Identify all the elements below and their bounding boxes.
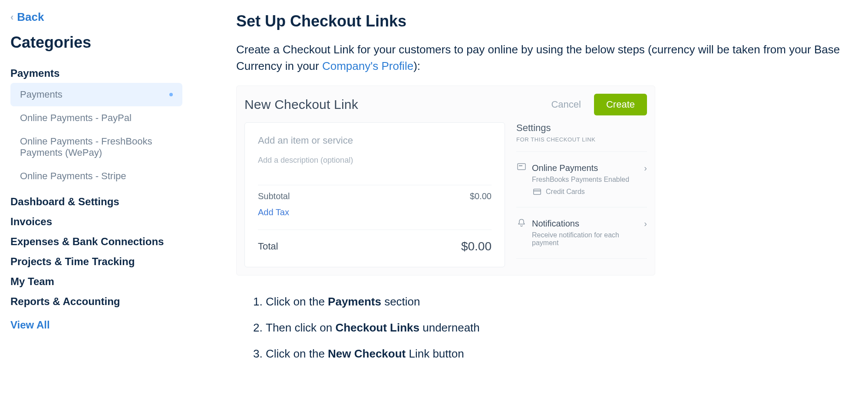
company-profile-link[interactable]: Company's Profile — [322, 59, 413, 72]
mockup-title: New Checkout Link — [244, 97, 358, 112]
back-link[interactable]: ‹ Back — [10, 10, 182, 24]
category-heading-expenses[interactable]: Expenses & Bank Connections — [10, 236, 182, 248]
category-heading-projects[interactable]: Projects & Time Tracking — [10, 256, 182, 268]
back-label: Back — [17, 10, 44, 24]
step-text-bold: Payments — [328, 295, 381, 308]
sidebar-item-label: Online Payments - FreshBooks Payments (W… — [20, 136, 173, 158]
intro-paragraph: Create a Checkout Link for your customer… — [236, 42, 856, 74]
categories-list: Payments Payments Online Payments - PayP… — [10, 67, 182, 308]
step-text-pre: Click on the — [266, 347, 328, 360]
sidebar-item-label: Online Payments - PayPal — [20, 112, 132, 124]
item-description-input[interactable]: Add a description (optional) — [258, 156, 492, 165]
instruction-step: Click on the New Checkout Link button — [266, 345, 856, 363]
sidebar-item-label: Online Payments - Stripe — [20, 171, 126, 182]
total-row: Total $0.00 — [258, 230, 492, 253]
svg-rect-1 — [519, 165, 522, 166]
sidebar-item-paypal[interactable]: Online Payments - PayPal — [10, 106, 182, 130]
category-heading-payments[interactable]: Payments — [10, 67, 182, 79]
svg-rect-2 — [534, 189, 541, 195]
settings-title: Settings — [516, 122, 647, 134]
sidebar-item-stripe[interactable]: Online Payments - Stripe — [10, 164, 182, 188]
mockup-item-card: Add an item or service Add a description… — [244, 122, 505, 267]
mockup-header: New Checkout Link Cancel Create — [244, 94, 647, 115]
step-text-bold: New Checkout — [328, 347, 406, 360]
category-heading-my-team[interactable]: My Team — [10, 276, 182, 288]
instruction-step: Then click on Checkout Links underneath — [266, 319, 856, 337]
category-heading-reports[interactable]: Reports & Accounting — [10, 295, 182, 308]
active-indicator-dot-icon — [169, 93, 173, 96]
settings-item-meta-2: Credit Cards — [546, 188, 585, 196]
settings-item-meta: FreshBooks Payments Enabled — [532, 176, 639, 184]
step-text-post: underneath — [419, 321, 480, 334]
view-all-link[interactable]: View All — [10, 319, 50, 331]
checkout-link-mockup: New Checkout Link Cancel Create Add an i… — [236, 85, 655, 276]
instruction-step: Click on the Payments section — [266, 293, 856, 311]
step-text-bold: Checkout Links — [335, 321, 419, 334]
total-amount: $0.00 — [461, 240, 492, 253]
categories-title: Categories — [10, 33, 182, 52]
settings-item-online-payments[interactable]: Online Payments FreshBooks Payments Enab… — [516, 161, 647, 198]
category-heading-invoices[interactable]: Invoices — [10, 216, 182, 228]
add-tax-link[interactable]: Add Tax — [258, 207, 289, 217]
page-title: Set Up Checkout Links — [236, 12, 856, 30]
sidebar: ‹ Back Categories Payments Payments Onli… — [0, 0, 226, 341]
chevron-left-icon: ‹ — [10, 12, 13, 23]
settings-item-meta: Receive notification for each payment — [532, 231, 639, 247]
step-text-post: Link button — [406, 347, 464, 360]
step-text-pre: Then click on — [266, 321, 335, 334]
settings-item-notifications[interactable]: Notifications Receive notification for e… — [516, 216, 647, 249]
mockup-settings-panel: Settings FOR THIS CHECKOUT LINK Online P… — [514, 122, 647, 267]
item-name-input[interactable]: Add an item or service — [258, 135, 353, 146]
main-content: Set Up Checkout Links Create a Checkout … — [226, 0, 868, 383]
instruction-steps: Click on the Payments section Then click… — [236, 293, 856, 363]
settings-item-name: Online Payments — [532, 163, 639, 173]
subtotal-label: Subtotal — [258, 191, 290, 201]
category-subitems: Payments Online Payments - PayPal Online… — [10, 83, 182, 188]
cancel-button[interactable]: Cancel — [551, 99, 581, 110]
subtotal-row: Subtotal $0.00 — [258, 185, 492, 201]
intro-text-post: ): — [413, 59, 420, 72]
chevron-right-icon: › — [644, 163, 647, 173]
credit-card-icon — [532, 189, 542, 195]
svg-rect-3 — [534, 190, 541, 191]
total-label: Total — [258, 241, 278, 252]
create-button[interactable]: Create — [594, 94, 647, 115]
category-heading-dashboard-settings[interactable]: Dashboard & Settings — [10, 196, 182, 208]
sidebar-item-label: Payments — [20, 89, 63, 100]
settings-subtitle: FOR THIS CHECKOUT LINK — [516, 136, 647, 143]
sidebar-item-payments[interactable]: Payments — [10, 83, 182, 106]
settings-item-name: Notifications — [532, 219, 639, 229]
subtotal-amount: $0.00 — [470, 191, 492, 201]
chevron-right-icon: › — [644, 219, 647, 229]
bell-icon — [516, 219, 527, 227]
wallet-icon — [516, 163, 527, 170]
step-text-post: section — [381, 295, 420, 308]
svg-rect-0 — [518, 164, 525, 170]
step-text-pre: Click on the — [266, 295, 328, 308]
sidebar-item-wepay[interactable]: Online Payments - FreshBooks Payments (W… — [10, 130, 182, 164]
